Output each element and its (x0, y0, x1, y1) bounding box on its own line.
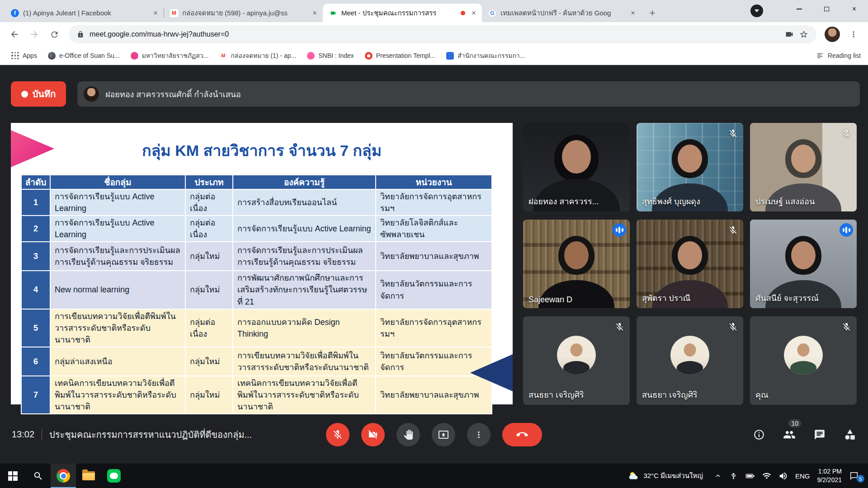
reload-button[interactable] (45, 25, 63, 43)
browser-menu-button[interactable] (844, 25, 863, 43)
participant-tile[interactable]: สนธยา เจริญศิริ (637, 316, 743, 405)
tab-close-icon[interactable]: × (469, 9, 478, 18)
participant-avatar (670, 336, 709, 375)
participant-tile-active-speaker[interactable]: ศันสนีย์ จะสุวรรณ์ (750, 220, 857, 308)
start-button[interactable] (0, 464, 25, 488)
activities-shapes-icon (844, 428, 856, 441)
bookmark-label: สำนักงานคณะกรรมกา... (458, 51, 525, 61)
taskbar-chrome-button[interactable] (51, 464, 76, 488)
action-center-button[interactable]: 5 (849, 471, 863, 481)
presenter-banner-text: ฝอยทอง สาครวรรณศักดิ์ กำลังนำเสนอ (105, 88, 241, 101)
activities-button[interactable] (844, 428, 856, 441)
mic-off-icon (840, 320, 853, 333)
participant-tile[interactable]: Sajeewan D (523, 220, 630, 308)
tab-close-icon[interactable]: × (628, 9, 637, 18)
bookmark-label: e-Office of Suan Su... (59, 52, 120, 59)
tab-meet-active[interactable]: Meet - ประชุมคณะกรรมการสรร × (323, 4, 482, 22)
participant-tile[interactable]: ฝอยทอง สาครวรร... (523, 123, 630, 211)
raise-hand-button[interactable] (396, 423, 420, 446)
participant-tile[interactable]: สุทธิพงศ์ บุญผดุง (637, 123, 743, 211)
taskbar-line-button[interactable] (101, 464, 127, 488)
window-minimize-button[interactable] (785, 0, 813, 18)
tab-title: กล่องจดหมาย (598) - apinya.ju@ss (182, 8, 306, 19)
browser-toolbar: meet.google.com/mua-hrwv-jej?authuser=0 (0, 22, 868, 47)
reading-list-icon (816, 52, 824, 60)
slide-title: กลุ่ม KM สายวิชาการ จำนวน 7 กลุ่ม (11, 138, 513, 163)
mic-off-icon (726, 127, 740, 140)
tab-title: (1) Apinya Juleart | Facebook (23, 9, 147, 17)
info-icon (753, 429, 765, 441)
tab-search-button[interactable] (750, 5, 763, 17)
line-app-icon (107, 469, 121, 483)
tab-close-icon[interactable]: × (151, 9, 160, 18)
participant-count-badge: 10 (788, 419, 801, 427)
apps-button[interactable]: Apps (7, 49, 41, 62)
profile-avatar[interactable] (825, 27, 840, 42)
volume-tray-button[interactable] (778, 471, 788, 481)
target-favicon-icon (365, 52, 373, 60)
window-close-button[interactable]: × (840, 0, 868, 18)
reading-list-button[interactable]: Reading list (816, 52, 861, 60)
window-maximize-button[interactable] (813, 0, 840, 18)
present-screen-button[interactable] (432, 423, 455, 446)
leave-call-button[interactable] (502, 423, 542, 446)
taskbar-search-button[interactable] (25, 464, 51, 488)
weather-widget[interactable]: 32°C มีเมฆส่วนใหญ่ (624, 470, 707, 482)
mic-off-icon (332, 429, 343, 440)
taskbar-explorer-button[interactable] (76, 464, 101, 488)
tray-expand-button[interactable] (714, 472, 722, 480)
meeting-details-button[interactable] (753, 429, 765, 441)
table-row: 7 เทคนิคการเขียนบทความวิจัยเพื่อตีพิมพ์ใ… (21, 376, 492, 414)
more-vert-icon (474, 430, 484, 440)
divider (42, 429, 42, 441)
address-bar[interactable]: meet.google.com/mua-hrwv-jej?authuser=0 (69, 25, 816, 43)
apps-label: Apps (23, 52, 37, 59)
tab-close-icon[interactable]: × (310, 9, 319, 18)
camera-toggle-button[interactable] (361, 423, 385, 446)
chat-button[interactable] (814, 429, 826, 441)
new-tab-button[interactable]: + (646, 6, 659, 20)
taskbar-clock[interactable]: 1:02 PM 9/2/2021 (817, 467, 842, 484)
bookmark-office-committee[interactable]: สำนักงานคณะกรรมกา... (442, 49, 529, 62)
bookmark-mailbox[interactable]: M กล่องจดหมาย (1) - ap... (215, 49, 300, 62)
col-header: องค์ความรู้ (233, 175, 376, 189)
bookmark-label: SNBI : Index (318, 52, 354, 59)
participant-tile[interactable]: สุพัตรา ปราณี (637, 220, 743, 308)
bookmark-label: มหาวิทยาลัยราชภัฏสว... (142, 51, 209, 61)
bookmark-snbi[interactable]: SNBI : Index (303, 49, 358, 62)
tab-google-search[interactable]: G เทมเพลตหน้าปกฟรี - ค้นหาด้วย Goog × (482, 4, 641, 22)
forward-button[interactable] (25, 25, 43, 43)
present-icon (438, 429, 449, 440)
google-favicon-icon: G (488, 9, 496, 17)
tab-facebook[interactable]: f (1) Apinya Juleart | Facebook × (5, 4, 164, 22)
back-button[interactable] (5, 25, 24, 43)
participants-button[interactable]: 10 (783, 428, 796, 441)
chevron-up-icon (714, 472, 722, 480)
record-button[interactable]: บันทึก (11, 81, 66, 107)
mic-off-icon (840, 127, 853, 140)
bookmark-university[interactable]: มหาวิทยาลัยราชภัฏสว... (127, 49, 213, 62)
speaker-icon (778, 471, 788, 481)
participant-tile[interactable]: ปรเมษฐ์ แสงอ่อน (750, 123, 857, 211)
presenter-avatar (84, 86, 99, 102)
language-indicator[interactable]: ENG (795, 472, 810, 480)
participant-tile-self[interactable]: คุณ (750, 316, 857, 405)
participant-name: สนธยา เจริญศิริ (528, 388, 584, 401)
record-label: บันทึก (33, 87, 56, 101)
battery-tray-button[interactable] (745, 471, 755, 481)
camera-in-use-icon[interactable] (785, 30, 794, 39)
chevron-down-icon (755, 9, 759, 12)
tab-gmail[interactable]: M กล่องจดหมาย (598) - apinya.ju@ss × (164, 4, 323, 22)
participant-name: ศันสนีย์ จะสุวรรณ์ (755, 291, 819, 305)
usb-tray-button[interactable] (729, 472, 738, 480)
network-tray-button[interactable] (762, 471, 771, 480)
search-icon (33, 471, 43, 481)
mic-off-icon (726, 320, 740, 333)
participant-tile[interactable]: สนธยา เจริญศิริ (523, 316, 630, 405)
bookmark-eoffice[interactable]: e-Office of Suan Su... (44, 49, 124, 62)
bookmark-star-icon[interactable] (799, 30, 808, 39)
more-options-button[interactable] (467, 423, 491, 446)
mic-toggle-button[interactable] (326, 423, 349, 446)
lock-icon (77, 31, 84, 38)
bookmark-presentation[interactable]: Presentation Templ... (361, 49, 439, 62)
